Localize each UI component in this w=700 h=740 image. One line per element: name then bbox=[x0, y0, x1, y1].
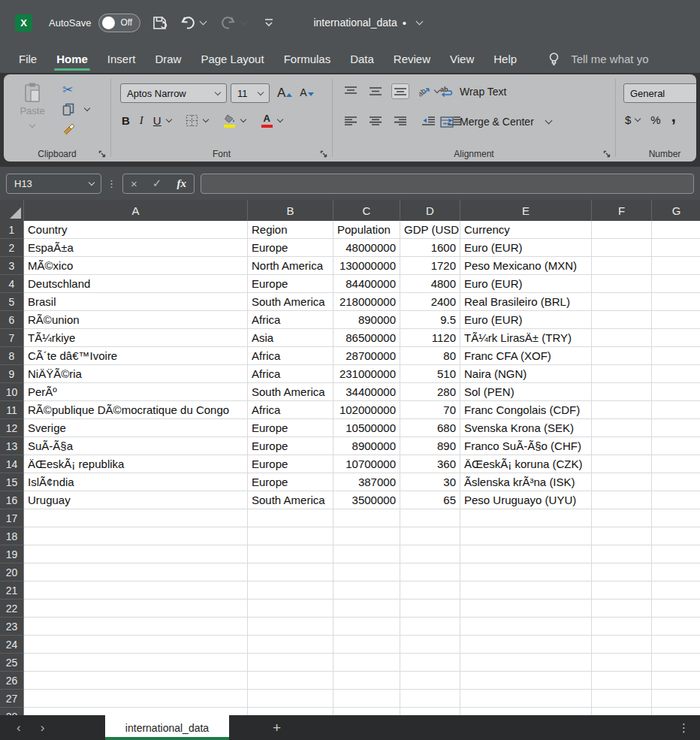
cell-E17[interactable] bbox=[460, 509, 592, 527]
cell-E8[interactable]: Franc CFA (XOF) bbox=[460, 347, 592, 365]
cell-F23[interactable] bbox=[592, 618, 652, 636]
cell-C28[interactable] bbox=[333, 708, 400, 715]
cell-B14[interactable]: Europe bbox=[248, 455, 333, 473]
cut-icon[interactable]: ✂ bbox=[62, 83, 73, 96]
cell-C21[interactable] bbox=[333, 581, 400, 600]
cell-B26[interactable] bbox=[248, 672, 333, 690]
borders-chevron-icon[interactable] bbox=[202, 116, 208, 122]
middle-align-button[interactable] bbox=[367, 83, 385, 99]
font-size-combo[interactable]: 11 bbox=[231, 83, 270, 103]
orientation-chevron-icon[interactable] bbox=[434, 87, 440, 93]
alignment-dialog-launcher-icon[interactable] bbox=[603, 150, 611, 159]
cell-C16[interactable]: 3500000 bbox=[333, 491, 400, 509]
cell-D5[interactable]: 2400 bbox=[400, 293, 460, 311]
cell-C10[interactable]: 34400000 bbox=[333, 383, 400, 401]
cell-F28[interactable] bbox=[592, 708, 652, 715]
cell-F14[interactable] bbox=[592, 455, 652, 473]
cell-A18[interactable] bbox=[24, 527, 248, 545]
row-header-25[interactable]: 25 bbox=[0, 654, 24, 672]
cell-A22[interactable] bbox=[24, 600, 248, 618]
column-header-E[interactable]: E bbox=[460, 200, 592, 221]
cell-G10[interactable] bbox=[652, 383, 700, 401]
add-sheet-button[interactable]: + bbox=[273, 715, 281, 740]
row-header-6[interactable]: 6 bbox=[0, 311, 24, 329]
cell-E19[interactable] bbox=[460, 545, 592, 563]
cell-D4[interactable]: 4800 bbox=[400, 275, 460, 293]
cell-G23[interactable] bbox=[652, 618, 700, 636]
cell-E25[interactable] bbox=[460, 654, 592, 672]
row-header-22[interactable]: 22 bbox=[0, 600, 24, 618]
cell-G1[interactable] bbox=[652, 221, 700, 239]
cell-A15[interactable]: IslÃ¢ndia bbox=[24, 473, 248, 491]
merge-center-button[interactable]: Merge & Center bbox=[440, 116, 551, 128]
cell-B23[interactable] bbox=[248, 618, 333, 636]
cell-F9[interactable] bbox=[592, 365, 652, 383]
cell-B25[interactable] bbox=[248, 654, 333, 672]
cell-D20[interactable] bbox=[400, 563, 460, 581]
cell-A16[interactable]: Uruguay bbox=[24, 491, 248, 509]
cell-C26[interactable] bbox=[333, 672, 400, 690]
cell-F11[interactable] bbox=[592, 401, 652, 419]
cell-C27[interactable] bbox=[333, 690, 400, 708]
cell-A14[interactable]: ÄŒeskÃ¡ republika bbox=[24, 455, 248, 473]
merge-center-chevron-icon[interactable] bbox=[545, 117, 552, 125]
cell-C24[interactable] bbox=[333, 636, 400, 654]
underline-chevron-icon[interactable] bbox=[165, 116, 171, 122]
document-title[interactable]: international_data • bbox=[313, 17, 422, 29]
cell-D8[interactable]: 80 bbox=[400, 347, 460, 365]
cell-G4[interactable] bbox=[652, 275, 700, 293]
sheet-options-icon[interactable]: ⋮ bbox=[678, 715, 689, 740]
ribbon-tab-insert[interactable]: Insert bbox=[98, 45, 146, 73]
cell-C11[interactable]: 102000000 bbox=[333, 401, 400, 419]
font-color-button[interactable]: A bbox=[261, 113, 273, 128]
cell-A9[interactable]: NiÄŸÃ©ria bbox=[24, 365, 248, 383]
cell-E16[interactable]: Peso Uruguayo (UYU) bbox=[460, 491, 592, 509]
cell-F5[interactable] bbox=[592, 293, 652, 311]
cell-E5[interactable]: Real Brasileiro (BRL) bbox=[460, 293, 592, 311]
cell-B1[interactable]: Region bbox=[248, 221, 333, 239]
cell-E26[interactable] bbox=[460, 672, 592, 690]
cell-A17[interactable] bbox=[24, 509, 248, 527]
cell-A8[interactable]: CÃ´te dâ€™Ivoire bbox=[24, 347, 248, 365]
cell-D7[interactable]: 1120 bbox=[400, 329, 460, 347]
align-center-button[interactable] bbox=[367, 113, 385, 129]
ribbon-tab-view[interactable]: View bbox=[440, 45, 484, 73]
ribbon-tab-data[interactable]: Data bbox=[340, 45, 384, 73]
cell-E18[interactable] bbox=[460, 527, 592, 545]
cell-E15[interactable]: Ãslenska krÃ³na (ISK) bbox=[460, 473, 592, 491]
cell-E11[interactable]: Franc Congolais (CDF) bbox=[460, 401, 592, 419]
cell-G13[interactable] bbox=[652, 437, 700, 455]
ribbon-tab-review[interactable]: Review bbox=[384, 45, 440, 73]
cell-G22[interactable] bbox=[652, 600, 700, 618]
cell-D1[interactable]: GDP (USD bbox=[400, 221, 460, 239]
cell-C23[interactable] bbox=[333, 618, 400, 636]
percent-style-button[interactable]: % bbox=[650, 113, 660, 126]
enter-button[interactable]: ✓ bbox=[152, 177, 162, 190]
cell-B17[interactable] bbox=[248, 509, 333, 527]
ribbon-tab-help[interactable]: Help bbox=[484, 45, 527, 73]
cell-E4[interactable]: Euro (EUR) bbox=[460, 275, 592, 293]
column-header-F[interactable]: F bbox=[592, 200, 652, 221]
cell-G17[interactable] bbox=[652, 509, 700, 527]
cell-A23[interactable] bbox=[24, 618, 248, 636]
bottom-align-button[interactable] bbox=[391, 83, 409, 99]
row-header-13[interactable]: 13 bbox=[0, 437, 24, 455]
cell-B24[interactable] bbox=[248, 636, 333, 654]
cell-C18[interactable] bbox=[333, 527, 400, 545]
customize-toolbar-icon[interactable] bbox=[264, 18, 274, 27]
column-header-G[interactable]: G bbox=[652, 200, 700, 221]
cell-A3[interactable]: MÃ©xico bbox=[24, 257, 248, 275]
row-header-11[interactable]: 11 bbox=[0, 401, 24, 419]
cell-B7[interactable]: Asia bbox=[248, 329, 333, 347]
cell-G27[interactable] bbox=[652, 690, 700, 708]
row-header-12[interactable]: 12 bbox=[0, 419, 24, 437]
row-header-7[interactable]: 7 bbox=[0, 329, 24, 347]
align-left-button[interactable] bbox=[342, 113, 360, 129]
formula-input[interactable] bbox=[201, 174, 694, 194]
copy-icon[interactable] bbox=[62, 103, 74, 116]
underline-button[interactable]: U bbox=[153, 114, 161, 127]
cell-D10[interactable]: 280 bbox=[400, 383, 460, 401]
align-right-button[interactable] bbox=[391, 113, 409, 129]
cell-F22[interactable] bbox=[592, 600, 652, 618]
cell-A4[interactable]: Deutschland bbox=[24, 275, 248, 293]
